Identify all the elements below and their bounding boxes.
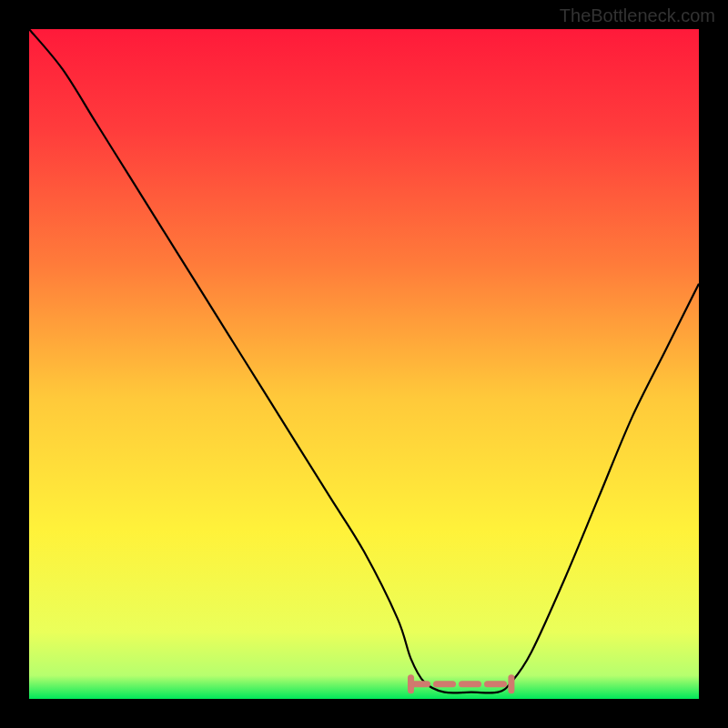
svg-rect-0 <box>29 29 699 699</box>
bottleneck-chart <box>29 29 699 699</box>
chart-container: TheBottleneck.com <box>0 0 728 728</box>
watermark-text: TheBottleneck.com <box>560 5 715 26</box>
